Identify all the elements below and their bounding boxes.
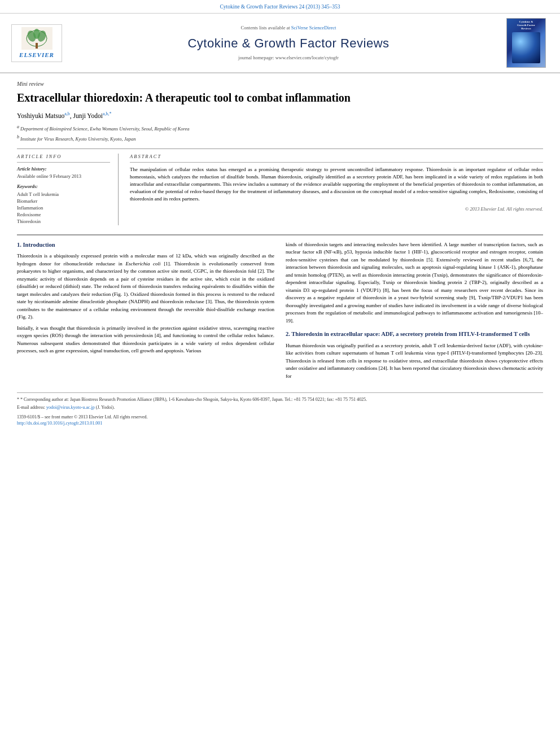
author1-sup: a,b xyxy=(64,111,70,116)
journal-homepage: journal homepage: www.elsevier.com/locat… xyxy=(79,55,498,62)
section1-body: Thioredoxin is a ubiquitously expressed … xyxy=(17,252,274,355)
elsevier-logo: ELSEVIER xyxy=(11,24,62,62)
journal-cover-area: Cytokine &Growth FactorReviews xyxy=(504,18,549,68)
body-right-col: kinds of thioredoxin targets and interac… xyxy=(286,241,543,384)
section1-para2: Initially, it was thought that thioredox… xyxy=(17,325,274,355)
page: Cytokine & Growth Factor Reviews 24 (201… xyxy=(0,0,560,747)
author2-name: Junji Yodoi xyxy=(73,112,102,119)
article-content: Mini review Extracellular thioredoxin: A… xyxy=(0,73,560,433)
affiliation-a-text: Department of Bioinspired Science, Ewha … xyxy=(20,126,190,132)
section1-para1: Thioredoxin is a ubiquitously expressed … xyxy=(17,252,274,321)
body-two-col: 1. Introduction Thioredoxin is a ubiquit… xyxy=(17,241,543,384)
abstract-text: The manipulation of cellular redox statu… xyxy=(130,166,543,203)
author1-name: Yoshiyuki Matsuo xyxy=(17,112,64,119)
journal-header: ELSEVIER Contents lists available at Sci… xyxy=(0,14,560,73)
section1-right-para1: kinds of thioredoxin targets and interac… xyxy=(286,241,543,325)
abstract-heading: Abstract xyxy=(130,154,543,163)
article-history-value: Available online 9 February 2013 xyxy=(17,173,110,180)
journal-title: Cytokine & Growth Factor Reviews xyxy=(79,35,498,53)
article-title: Extracellular thioredoxin: A therapeutic… xyxy=(17,90,543,105)
cover-decorative-image xyxy=(512,32,540,63)
sciverse-line: Contents lists available at SciVerse Sci… xyxy=(79,25,498,32)
issn-line: 1359-6101/$ – see front matter © 2013 El… xyxy=(17,414,543,420)
email-label: E-mail address: xyxy=(17,405,45,410)
author2-sup: a,b,* xyxy=(103,111,112,116)
sciverse-link[interactable]: SciVerse ScienceDirect xyxy=(291,25,336,30)
section2-heading-text: 2. Thioredoxin in extracellular space: A… xyxy=(286,331,530,337)
shows-text: shows xyxy=(484,358,497,364)
journal-header-logo: ELSEVIER xyxy=(11,18,73,68)
journal-citation: Cytokine & Growth Factor Reviews 24 (201… xyxy=(220,4,340,10)
elsevier-brand-text: ELSEVIER xyxy=(19,51,54,59)
info-abstract-section: Article info Article history: Available … xyxy=(17,148,543,225)
body-content: 1. Introduction Thioredoxin is a ubiquit… xyxy=(17,234,543,384)
abstract-column: Abstract The manipulation of cellular re… xyxy=(130,154,543,225)
affiliation-a: a Department of Bioinspired Science, Ewh… xyxy=(17,124,543,133)
section2-body: Human thioredoxin was originally purifie… xyxy=(286,342,543,381)
doi-link[interactable]: http://dx.doi.org/10.1016/j.cytogfr.2013… xyxy=(17,420,543,426)
affiliation-b-text: Institute for Virus Research, Kyoto Univ… xyxy=(20,136,135,142)
email-footnote: E-mail address: yodoi@virus.kyoto-u.ac.j… xyxy=(17,404,543,410)
section1-right-body: kinds of thioredoxin targets and interac… xyxy=(286,241,543,325)
contents-label: Contents lists available at xyxy=(241,25,290,30)
keyword-5: Thioredoxin xyxy=(17,219,110,225)
article-type-label: Mini review xyxy=(17,80,543,88)
footnote-text: * Corresponding author at: Japan Biostre… xyxy=(20,397,367,402)
elsevier-tree-icon xyxy=(21,27,53,50)
svg-rect-6 xyxy=(36,43,38,49)
article-info-column: Article info Article history: Available … xyxy=(17,154,119,225)
body-left-col: 1. Introduction Thioredoxin is a ubiquit… xyxy=(17,241,274,384)
section2-para1: Human thioredoxin was originally purifie… xyxy=(286,342,543,381)
homepage-text: journal homepage: www.elsevier.com/locat… xyxy=(238,55,339,60)
author-email[interactable]: yodoi@virus.kyoto-u.ac.jp xyxy=(46,405,95,410)
section1-heading: 1. Introduction xyxy=(17,241,274,250)
article-info-heading: Article info xyxy=(17,154,110,163)
journal-header-center: Contents lists available at SciVerse Sci… xyxy=(79,18,498,68)
svg-point-5 xyxy=(33,29,40,39)
email-author-name: (J. Yodoi). xyxy=(96,405,115,410)
journal-cover-image: Cytokine &Growth FactorReviews xyxy=(506,18,546,68)
keyword-4: Redoxisome xyxy=(17,212,110,219)
copyright-line: © 2013 Elsevier Ltd. All rights reserved… xyxy=(130,206,543,213)
authors-line: Yoshiyuki Matsuoa,b, Junji Yodoia,b,* xyxy=(17,111,543,120)
section1-heading-text: 1. Introduction xyxy=(17,242,55,248)
affiliation-b: b Institute for Virus Research, Kyoto Un… xyxy=(17,134,543,143)
article-history-label: Article history: xyxy=(17,166,110,173)
top-citation-bar: Cytokine & Growth Factor Reviews 24 (201… xyxy=(0,0,560,14)
section2-heading: 2. Thioredoxin in extracellular space: A… xyxy=(286,330,543,339)
cover-title-text: Cytokine &Growth FactorReviews xyxy=(517,20,535,30)
keyword-3: Inflammation xyxy=(17,205,110,212)
keyword-2: Biomarker xyxy=(17,198,110,205)
keywords-label: Keywords: xyxy=(17,184,110,190)
footnote-star: * * Corresponding author at: Japan Biost… xyxy=(17,396,543,403)
keyword-1: Adult T cell leukemia xyxy=(17,191,110,198)
footer-section: * * Corresponding author at: Japan Biost… xyxy=(17,392,543,426)
